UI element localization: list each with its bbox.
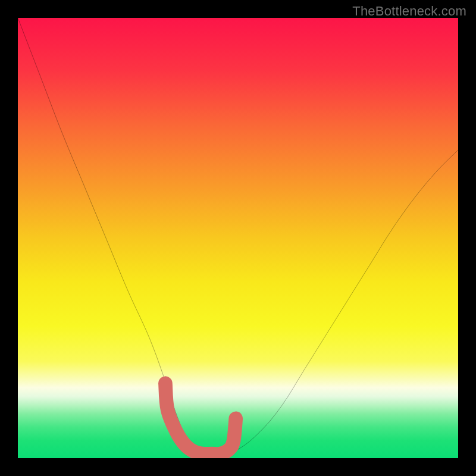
chart-frame: TheBottleneck.com [0, 0, 476, 476]
gradient-background [18, 18, 458, 458]
chart-plot [18, 18, 458, 458]
watermark-text: TheBottleneck.com [352, 4, 466, 19]
